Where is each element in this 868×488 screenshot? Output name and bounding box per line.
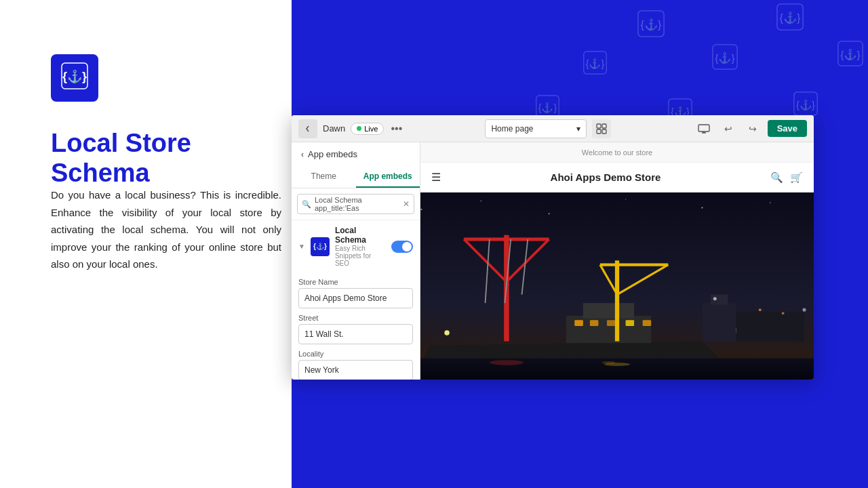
store-name: Ahoi Apps Demo Store [551,171,661,183]
back-button[interactable] [298,119,317,138]
embed-item-local-schema: ▼ {⚓} Local Schema Easy Rich Snippets fo… [292,220,420,272]
tab-app-embeds[interactable]: App embeds [356,166,420,188]
page-selector[interactable]: Home page ▾ [485,119,587,138]
welcome-text: Welcome to our store [582,148,652,157]
field-group-street: Street [298,314,413,344]
hamburger-icon: ☰ [431,171,441,184]
embed-toggle[interactable] [391,241,413,253]
editor-sidebar: ‹ App embeds Theme App embeds 🔍 Local Sc… [292,142,420,380]
store-hero [420,192,814,380]
live-label: Live [364,125,378,133]
store-nav-actions: 🔍 🛒 [770,171,803,184]
store-welcome-bar: Welcome to our store [420,142,814,163]
logo-icon: {⚓} [60,61,90,96]
search-nav-icon[interactable]: 🔍 [770,171,783,184]
cart-nav-icon[interactable]: 🛒 [790,171,803,184]
svg-point-61 [770,202,771,203]
field-label: Street [298,314,413,322]
svg-point-60 [701,207,703,209]
desktop-view-button[interactable] [694,119,713,138]
back-arrow-icon: ‹ [301,150,304,159]
field-label: Store Name [298,278,413,286]
inspect-button[interactable] [592,119,611,138]
app-embeds-back[interactable]: ‹ App embeds [292,142,420,166]
chevron-down-icon: ▾ [576,124,580,134]
live-indicator [357,126,361,131]
svg-rect-89 [711,295,728,305]
expand-icon[interactable]: ▼ [298,243,305,250]
svg-point-56 [420,209,422,210]
svg-point-85 [601,361,615,364]
svg-rect-48 [597,124,601,128]
svg-rect-52 [698,125,709,131]
embed-info: Local Schema Easy Rich Snippets for SEO [335,226,386,267]
svg-rect-65 [583,303,634,319]
svg-rect-68 [607,320,616,326]
search-icon: 🔍 [302,200,311,209]
redo-button[interactable]: ↪ [743,119,762,138]
svg-rect-90 [736,312,804,342]
app-logo: {⚓} [51,54,98,102]
svg-text:{⚓}: {⚓} [62,69,87,84]
search-clear-icon[interactable]: ✕ [403,199,410,209]
svg-rect-66 [574,320,583,326]
svg-rect-88 [702,303,736,341]
embed-icon-symbol: {⚓} [313,243,327,250]
store-navbar: ☰ Ahoi Apps Demo Store 🔍 🛒 [420,163,814,192]
shopify-editor: Dawn Live ••• Home page ▾ [292,115,814,380]
svg-rect-47 [304,125,312,133]
svg-point-94 [802,308,806,312]
page-description: Do you have a local business? This is in… [51,186,281,273]
embed-search[interactable]: 🔍 Local Schema app_title:'Eas ✕ [297,194,414,214]
field-group-store-name: Store Name [298,278,413,308]
svg-rect-64 [566,316,651,343]
svg-point-93 [782,312,785,314]
back-label: App embeds [308,149,357,159]
svg-rect-70 [643,320,652,326]
svg-rect-50 [597,129,601,134]
store-preview: Welcome to our store ☰ Ahoi Apps Demo St… [420,142,814,380]
embed-subtitle: Easy Rich Snippets for SEO [335,245,386,267]
editor-preview: Welcome to our store ☰ Ahoi Apps Demo St… [420,142,814,380]
svg-point-91 [713,297,717,300]
field-input[interactable] [298,324,413,344]
svg-point-92 [759,308,762,311]
toggle-knob [402,242,412,251]
live-badge: Live [351,123,384,135]
more-options[interactable]: ••• [391,123,402,135]
tab-theme[interactable]: Theme [292,166,356,188]
theme-name: Dawn [323,123,345,134]
sidebar-tabs: Theme App embeds [292,166,420,188]
embed-form: Store NameStreetLocalityRegion [292,272,420,380]
svg-rect-51 [602,129,606,134]
page-selector-value: Home page [491,124,533,134]
editor-topbar: Dawn Live ••• Home page ▾ [292,115,814,142]
save-button[interactable]: Save [768,120,807,137]
editor-main: ‹ App embeds Theme App embeds 🔍 Local Sc… [292,142,814,380]
field-input[interactable] [298,360,413,380]
search-value: Local Schema app_title:'Eas [315,196,399,212]
svg-rect-69 [626,320,635,326]
svg-rect-49 [602,124,606,128]
svg-rect-67 [590,320,599,326]
local-schema-icon: {⚓} [311,237,330,256]
svg-point-58 [549,213,550,214]
field-input[interactable] [298,288,413,308]
svg-point-86 [444,330,450,336]
svg-point-83 [490,360,524,365]
field-group-locality: Locality [298,350,413,380]
svg-point-57 [481,201,482,202]
svg-point-59 [625,199,626,199]
svg-rect-82 [420,359,814,380]
undo-button[interactable]: ↩ [719,119,738,138]
page-title: Local Store Schema [51,129,275,188]
field-label: Locality [298,350,413,358]
embed-name: Local Schema [335,226,386,245]
